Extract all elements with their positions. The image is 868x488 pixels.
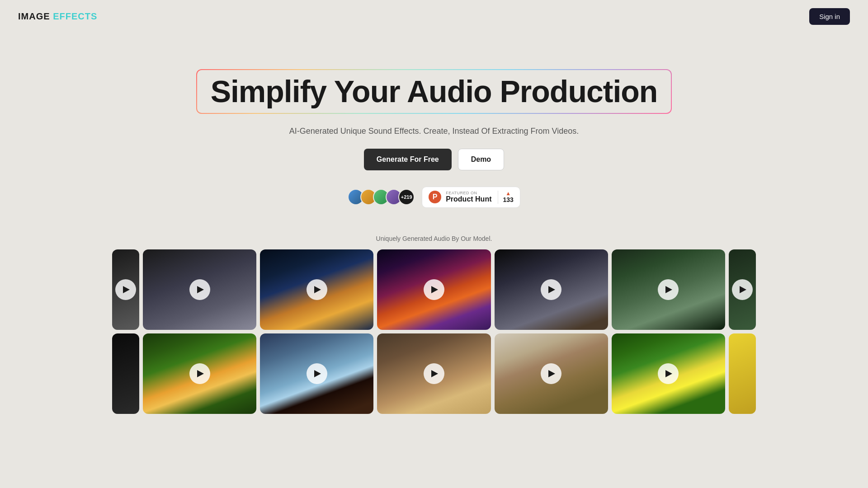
product-hunt-votes: ▲ 133	[498, 191, 513, 204]
hero-buttons: Generate For Free Demo	[364, 149, 504, 170]
gallery-label: Uniquely Generated Audio By Our Model.	[0, 235, 868, 242]
upvote-arrow-icon: ▲	[505, 191, 511, 196]
video-card[interactable]	[260, 333, 373, 414]
gallery-row-1	[0, 249, 868, 330]
play-button[interactable]	[424, 279, 444, 300]
video-card[interactable]	[729, 249, 756, 330]
video-card[interactable]	[260, 249, 373, 330]
product-hunt-name: Product Hunt	[446, 195, 491, 203]
play-button[interactable]	[541, 279, 561, 300]
avatar-count: +219	[398, 189, 415, 205]
video-card[interactable]	[495, 333, 608, 414]
play-button[interactable]	[307, 279, 327, 300]
logo-effects-text: EFFECTS	[53, 11, 97, 21]
sign-in-button[interactable]: Sign in	[809, 8, 850, 25]
gallery-section: Uniquely Generated Audio By Our Model.	[0, 226, 868, 418]
hero-title: Simplify Your Audio Production	[211, 75, 658, 108]
play-button[interactable]	[732, 279, 753, 300]
gallery-rows	[0, 249, 868, 418]
logo-image-text: IMAGE	[18, 11, 50, 21]
product-hunt-text: FEATURED ON Product Hunt	[446, 191, 491, 203]
play-button[interactable]	[424, 363, 444, 384]
social-proof: +219 P FEATURED ON Product Hunt ▲ 133	[348, 187, 520, 208]
video-card[interactable]	[495, 249, 608, 330]
gallery-row-2	[0, 333, 868, 414]
video-card[interactable]	[377, 333, 491, 414]
video-card[interactable]	[612, 249, 725, 330]
video-card[interactable]	[612, 333, 725, 414]
header: IMAGE EFFECTS Sign in	[0, 0, 868, 33]
product-hunt-badge[interactable]: P FEATURED ON Product Hunt ▲ 133	[422, 187, 520, 208]
play-button[interactable]	[115, 279, 136, 300]
hero-section: Simplify Your Audio Production AI-Genera…	[0, 33, 868, 226]
hero-subtitle: AI-Generated Unique Sound Effects. Creat…	[289, 127, 579, 136]
hero-title-wrapper: Simplify Your Audio Production	[196, 69, 672, 114]
generate-free-button[interactable]: Generate For Free	[364, 149, 452, 170]
product-hunt-featured: FEATURED ON	[446, 191, 477, 195]
demo-button[interactable]: Demo	[458, 149, 504, 170]
product-hunt-logo: P	[429, 191, 441, 203]
play-button[interactable]	[307, 363, 327, 384]
video-card[interactable]	[143, 333, 256, 414]
play-button[interactable]	[541, 363, 561, 384]
video-card[interactable]	[143, 249, 256, 330]
video-card[interactable]	[729, 333, 756, 414]
video-card[interactable]	[112, 333, 139, 414]
play-button[interactable]	[658, 279, 679, 300]
play-button[interactable]	[189, 279, 210, 300]
logo: IMAGE EFFECTS	[18, 11, 97, 22]
video-card[interactable]	[112, 249, 139, 330]
video-card[interactable]	[377, 249, 491, 330]
play-button[interactable]	[189, 363, 210, 384]
play-button[interactable]	[658, 363, 679, 384]
avatar-group: +219	[348, 189, 415, 205]
vote-count: 133	[503, 196, 513, 204]
